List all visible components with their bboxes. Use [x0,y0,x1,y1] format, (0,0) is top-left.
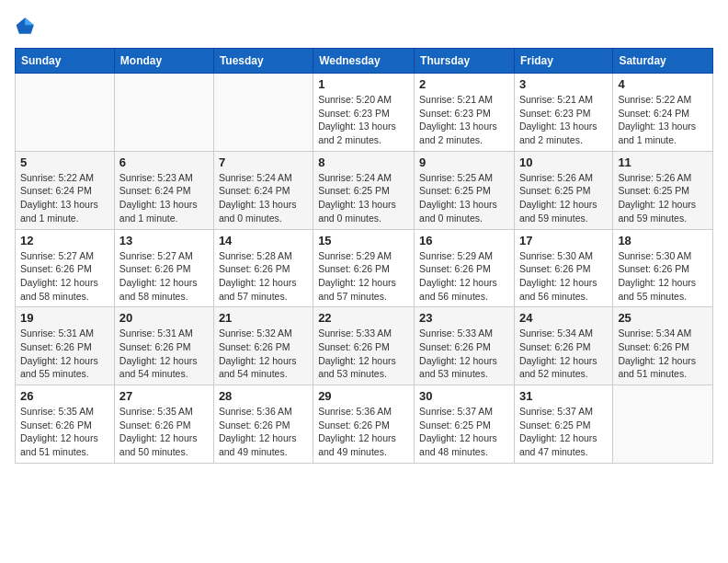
day-info: Sunrise: 5:26 AM Sunset: 6:25 PM Dayligh… [519,171,608,225]
day-number: 30 [419,389,509,403]
weekday-header-monday: Monday [114,49,213,74]
day-info: Sunrise: 5:20 AM Sunset: 6:23 PM Dayligh… [318,93,409,147]
calendar-cell: 31Sunrise: 5:37 AM Sunset: 6:25 PM Dayli… [514,385,612,464]
calendar-cell: 8Sunrise: 5:24 AM Sunset: 6:25 PM Daylig… [313,151,415,229]
day-number: 7 [219,155,308,169]
day-info: Sunrise: 5:33 AM Sunset: 6:26 PM Dayligh… [318,327,409,381]
day-number: 26 [20,389,109,403]
day-number: 17 [519,234,608,247]
day-number: 18 [618,234,708,247]
calendar-cell: 4Sunrise: 5:22 AM Sunset: 6:24 PM Daylig… [613,74,713,152]
day-number: 5 [20,155,109,169]
day-info: Sunrise: 5:36 AM Sunset: 6:26 PM Dayligh… [219,405,308,459]
day-info: Sunrise: 5:37 AM Sunset: 6:25 PM Dayligh… [519,405,608,459]
day-number: 12 [20,234,109,247]
day-number: 10 [519,155,608,169]
day-info: Sunrise: 5:27 AM Sunset: 6:26 PM Dayligh… [119,249,209,304]
calendar-cell: 12Sunrise: 5:27 AM Sunset: 6:26 PM Dayli… [16,229,115,307]
day-info: Sunrise: 5:24 AM Sunset: 6:24 PM Dayligh… [219,171,308,225]
calendar-cell: 22Sunrise: 5:33 AM Sunset: 6:26 PM Dayli… [313,307,415,385]
day-info: Sunrise: 5:28 AM Sunset: 6:26 PM Dayligh… [219,249,308,304]
calendar-cell: 16Sunrise: 5:29 AM Sunset: 6:26 PM Dayli… [415,229,515,307]
day-info: Sunrise: 5:27 AM Sunset: 6:26 PM Dayligh… [20,249,109,304]
calendar-cell: 21Sunrise: 5:32 AM Sunset: 6:26 PM Dayli… [213,307,313,385]
calendar-cell: 27Sunrise: 5:35 AM Sunset: 6:26 PM Dayli… [114,385,213,464]
day-number: 27 [119,389,209,403]
day-number: 23 [419,311,509,325]
day-number: 16 [419,234,509,247]
day-number: 11 [618,155,708,169]
day-number: 21 [219,311,308,325]
calendar-cell: 17Sunrise: 5:30 AM Sunset: 6:26 PM Dayli… [514,229,612,307]
day-info: Sunrise: 5:22 AM Sunset: 6:24 PM Dayligh… [20,171,109,225]
weekday-header-friday: Friday [514,49,612,74]
day-number: 24 [519,311,608,325]
calendar-cell: 26Sunrise: 5:35 AM Sunset: 6:26 PM Dayli… [16,385,115,464]
calendar-cell: 15Sunrise: 5:29 AM Sunset: 6:26 PM Dayli… [313,229,415,307]
day-info: Sunrise: 5:35 AM Sunset: 6:26 PM Dayligh… [20,405,109,459]
calendar-cell: 1Sunrise: 5:20 AM Sunset: 6:23 PM Daylig… [313,74,415,152]
calendar-cell: 3Sunrise: 5:21 AM Sunset: 6:23 PM Daylig… [514,74,612,152]
weekday-header-sunday: Sunday [16,49,115,74]
week-row-4: 19Sunrise: 5:31 AM Sunset: 6:26 PM Dayli… [16,307,713,385]
calendar-cell: 19Sunrise: 5:31 AM Sunset: 6:26 PM Dayli… [16,307,115,385]
calendar-cell: 24Sunrise: 5:34 AM Sunset: 6:26 PM Dayli… [514,307,612,385]
day-number: 25 [618,311,708,325]
day-info: Sunrise: 5:31 AM Sunset: 6:26 PM Dayligh… [20,327,109,381]
logo-icon [15,15,37,37]
day-number: 8 [318,155,409,169]
calendar-cell: 7Sunrise: 5:24 AM Sunset: 6:24 PM Daylig… [213,151,313,229]
day-info: Sunrise: 5:21 AM Sunset: 6:23 PM Dayligh… [519,93,608,147]
week-row-1: 1Sunrise: 5:20 AM Sunset: 6:23 PM Daylig… [16,74,713,152]
day-info: Sunrise: 5:31 AM Sunset: 6:26 PM Dayligh… [119,327,209,381]
day-info: Sunrise: 5:30 AM Sunset: 6:26 PM Dayligh… [519,249,608,304]
day-number: 4 [618,77,708,91]
day-number: 29 [318,389,409,403]
day-info: Sunrise: 5:34 AM Sunset: 6:26 PM Dayligh… [519,327,608,381]
calendar-cell [613,385,713,464]
calendar-cell [213,74,313,152]
day-info: Sunrise: 5:33 AM Sunset: 6:26 PM Dayligh… [419,327,509,381]
day-number: 19 [20,311,109,325]
day-number: 31 [519,389,608,403]
weekday-header-row: SundayMondayTuesdayWednesdayThursdayFrid… [16,49,713,74]
weekday-header-thursday: Thursday [415,49,515,74]
day-number: 9 [419,155,509,169]
day-number: 28 [219,389,308,403]
page-header [15,15,713,37]
day-info: Sunrise: 5:26 AM Sunset: 6:25 PM Dayligh… [618,171,708,225]
day-info: Sunrise: 5:22 AM Sunset: 6:24 PM Dayligh… [618,93,708,147]
day-number: 1 [318,77,409,91]
weekday-header-saturday: Saturday [613,49,713,74]
day-number: 2 [419,77,509,91]
logo [15,15,40,37]
calendar-table: SundayMondayTuesdayWednesdayThursdayFrid… [15,48,713,464]
day-number: 15 [318,234,409,247]
calendar-cell: 10Sunrise: 5:26 AM Sunset: 6:25 PM Dayli… [514,151,612,229]
calendar-cell [114,74,213,152]
day-info: Sunrise: 5:29 AM Sunset: 6:26 PM Dayligh… [419,249,509,304]
day-info: Sunrise: 5:32 AM Sunset: 6:26 PM Dayligh… [219,327,308,381]
calendar-cell: 30Sunrise: 5:37 AM Sunset: 6:25 PM Dayli… [415,385,515,464]
day-info: Sunrise: 5:21 AM Sunset: 6:23 PM Dayligh… [419,93,509,147]
day-info: Sunrise: 5:34 AM Sunset: 6:26 PM Dayligh… [618,327,708,381]
calendar-cell: 23Sunrise: 5:33 AM Sunset: 6:26 PM Dayli… [415,307,515,385]
day-number: 3 [519,77,608,91]
day-number: 20 [119,311,209,325]
calendar-cell: 14Sunrise: 5:28 AM Sunset: 6:26 PM Dayli… [213,229,313,307]
calendar-cell: 28Sunrise: 5:36 AM Sunset: 6:26 PM Dayli… [213,385,313,464]
day-info: Sunrise: 5:36 AM Sunset: 6:26 PM Dayligh… [318,405,409,459]
week-row-3: 12Sunrise: 5:27 AM Sunset: 6:26 PM Dayli… [16,229,713,307]
day-info: Sunrise: 5:23 AM Sunset: 6:24 PM Dayligh… [119,171,209,225]
day-info: Sunrise: 5:24 AM Sunset: 6:25 PM Dayligh… [318,171,409,225]
day-number: 14 [219,234,308,247]
day-number: 13 [119,234,209,247]
calendar-cell: 25Sunrise: 5:34 AM Sunset: 6:26 PM Dayli… [613,307,713,385]
week-row-2: 5Sunrise: 5:22 AM Sunset: 6:24 PM Daylig… [16,151,713,229]
calendar-cell: 6Sunrise: 5:23 AM Sunset: 6:24 PM Daylig… [114,151,213,229]
weekday-header-wednesday: Wednesday [313,49,415,74]
day-info: Sunrise: 5:29 AM Sunset: 6:26 PM Dayligh… [318,249,409,304]
calendar-cell: 2Sunrise: 5:21 AM Sunset: 6:23 PM Daylig… [415,74,515,152]
day-info: Sunrise: 5:25 AM Sunset: 6:25 PM Dayligh… [419,171,509,225]
weekday-header-tuesday: Tuesday [213,49,313,74]
